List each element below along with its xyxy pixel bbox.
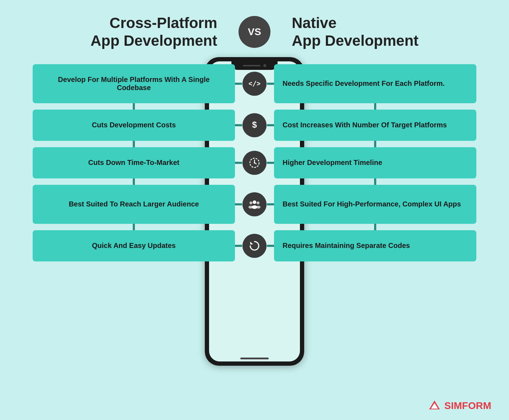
connector-h-3-right (267, 162, 274, 164)
card-cross-1-text: Develop For Multiple Platforms With A Si… (41, 76, 226, 92)
row-5-center-col (240, 234, 269, 258)
svg-point-11 (256, 206, 261, 209)
row-1: Develop For Multiple Platforms With A Si… (21, 64, 488, 103)
vc3-right-bar (374, 178, 376, 185)
vc1-left-bar (133, 103, 135, 110)
header-left: Cross-PlatformApp Development (21, 14, 239, 50)
row-4-left-col: Best Suited To Reach Larger Audience (21, 185, 240, 224)
card-cross-2-text: Cuts Development Costs (92, 121, 176, 129)
svg-point-6 (253, 200, 256, 204)
connector-h-1-right (267, 83, 274, 85)
home-bar (240, 358, 269, 359)
vc4-left-bar (133, 224, 135, 230)
svg-point-8 (250, 201, 252, 204)
row-1-right-col: Needs Specific Development For Each Plat… (269, 64, 488, 103)
row-4: Best Suited To Reach Larger Audience (21, 185, 488, 224)
card-cross-5-text: Quick And Easy Updates (92, 242, 176, 250)
vc3-left-bar (133, 178, 135, 185)
vc4-right (269, 224, 488, 230)
row-3: Cuts Down Time-To-Market (21, 147, 488, 178)
card-cross-4-text: Best Suited To Reach Larger Audience (69, 200, 199, 208)
connector-h-2-left (235, 124, 242, 126)
vc4-right-bar (374, 224, 376, 230)
vconnector-3 (21, 178, 488, 185)
header-right: NativeApp Development (270, 14, 488, 50)
vconnector-4 (21, 224, 488, 230)
row-5: Quick And Easy Updates Req (21, 230, 488, 261)
cross-platform-title: Cross-PlatformApp Development (21, 14, 217, 50)
row-1-center-col: </> (240, 72, 269, 96)
card-native-3: Higher Development Timeline (274, 147, 476, 178)
row-1-left-col: Develop For Multiple Platforms With A Si… (21, 64, 240, 103)
vc1-right (269, 103, 488, 110)
row-3-center-col (240, 151, 269, 175)
connector-h-5-right (267, 245, 274, 247)
row-3-left-col: Cuts Down Time-To-Market (21, 147, 240, 178)
card-native-2: Cost Increases With Number Of Target Pla… (274, 110, 476, 141)
vc3-left (21, 178, 240, 185)
vc4-left (21, 224, 240, 230)
row-3-right-col: Higher Development Timeline (269, 147, 488, 178)
card-cross-2: Cuts Development Costs (33, 110, 235, 141)
vs-badge: VS (239, 16, 270, 48)
card-cross-1: Develop For Multiple Platforms With A Si… (33, 64, 235, 103)
card-native-3-text: Higher Development Timeline (283, 159, 382, 167)
refresh-icon (242, 234, 267, 258)
simform-icon-svg (427, 399, 442, 413)
svg-point-10 (257, 201, 259, 204)
rows-container: Develop For Multiple Platforms With A Si… (21, 64, 488, 261)
svg-marker-12 (250, 242, 253, 244)
row-5-left-col: Quick And Easy Updates (21, 230, 240, 261)
connector-h-5-left (235, 245, 242, 247)
row-4-right-col: Best Suited For High-Performance, Comple… (269, 185, 488, 224)
vconnector-2 (21, 141, 488, 147)
vc1-right-bar (374, 103, 376, 110)
clock-icon (242, 151, 267, 175)
row-2-right-col: Cost Increases With Number Of Target Pla… (269, 110, 488, 141)
header: Cross-PlatformApp Development VS NativeA… (21, 14, 488, 50)
vconnector-1 (21, 103, 488, 110)
connector-h-2-right (267, 124, 274, 126)
connector-h-4-right (267, 203, 274, 205)
card-cross-3: Cuts Down Time-To-Market (33, 147, 235, 178)
content-area: Develop For Multiple Platforms With A Si… (21, 61, 488, 409)
main-container: Cross-PlatformApp Development VS NativeA… (0, 0, 509, 420)
card-cross-5: Quick And Easy Updates (33, 230, 235, 261)
dollar-icon: $ (242, 113, 267, 137)
row-2: Cuts Development Costs $ Cost Increases … (21, 110, 488, 141)
connector-h-1-left (235, 83, 242, 85)
vc2-right (269, 141, 488, 147)
code-icon: </> (242, 72, 267, 96)
card-native-5: Requires Maintaining Separate Codes (274, 230, 476, 261)
row-4-center-col (240, 192, 269, 216)
simform-text: SIMFORM (444, 400, 491, 411)
vc1-left (21, 103, 240, 110)
card-native-1: Needs Specific Development For Each Plat… (274, 64, 476, 103)
people-icon (242, 192, 267, 216)
card-native-1-text: Needs Specific Development For Each Plat… (283, 79, 445, 88)
card-native-4-text: Best Suited For High-Performance, Comple… (283, 200, 461, 208)
card-cross-4: Best Suited To Reach Larger Audience (33, 185, 235, 224)
svg-point-5 (254, 162, 255, 164)
connector-h-3-left (235, 162, 242, 164)
svg-text:</>: </> (249, 79, 260, 88)
row-5-right-col: Requires Maintaining Separate Codes (269, 230, 488, 261)
connector-h-4-left (235, 203, 242, 205)
card-native-2-text: Cost Increases With Number Of Target Pla… (283, 121, 447, 129)
simform-logo: SIMFORM (427, 399, 491, 413)
vc2-right-bar (374, 141, 376, 147)
row-2-center-col: $ (240, 113, 269, 137)
native-title: NativeApp Development (292, 14, 488, 50)
card-native-5-text: Requires Maintaining Separate Codes (283, 242, 410, 250)
vc2-left (21, 141, 240, 147)
card-cross-3-text: Cuts Down Time-To-Market (88, 159, 179, 167)
svg-point-9 (248, 206, 253, 209)
vc2-left-bar (133, 141, 135, 147)
svg-text:$: $ (252, 120, 257, 129)
row-2-left-col: Cuts Development Costs (21, 110, 240, 141)
card-native-4: Best Suited For High-Performance, Comple… (274, 185, 476, 224)
vc3-right (269, 178, 488, 185)
